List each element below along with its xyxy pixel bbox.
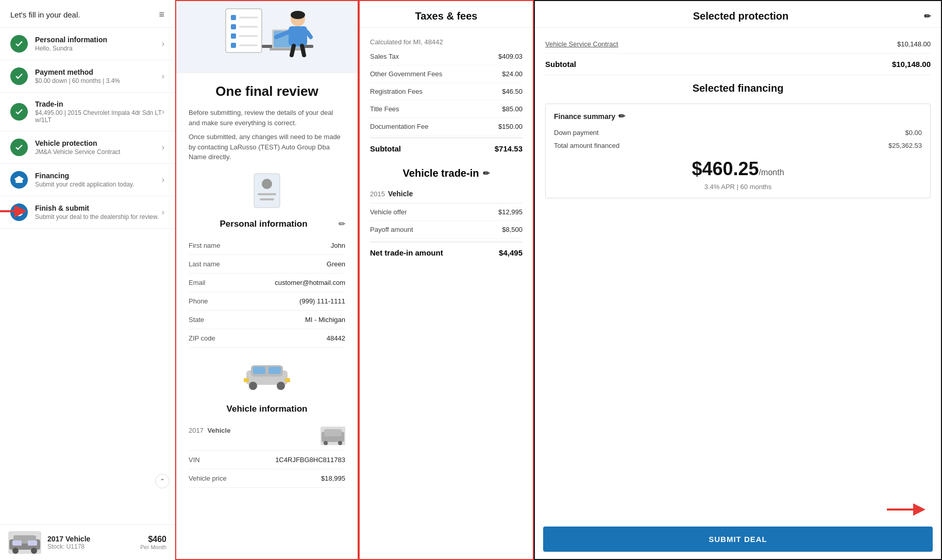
personal-field-state: StateMI - Michigan — [189, 311, 345, 329]
vehicle-price-row: Vehicle price $18,995 — [189, 469, 345, 488]
trade-row-payoff-amount: Payoff amount$8,500 — [370, 221, 523, 239]
tax-rows: Sales Tax$409.03Other Government Fees$24… — [370, 48, 523, 135]
svg-rect-11 — [28, 540, 37, 546]
review-title: One final review — [189, 83, 345, 99]
personal-information-sub: Hello, Sundra — [35, 45, 162, 52]
tax-row-other-government-fees: Other Government Fees$24.00 — [370, 65, 523, 83]
sidebar-item-personal-information[interactable]: Personal informationHello, Sundra› — [0, 28, 175, 60]
svg-line-30 — [292, 46, 294, 55]
svg-rect-27 — [289, 26, 307, 46]
personal-field-email: Emailcustomer@hotmail.com — [189, 274, 345, 292]
sidebar-footer: 2017 Vehicle Stock: U1178 $460 Per Month — [0, 524, 175, 560]
payment-method-sub: $0.00 down | 60 months | 3.4% — [35, 77, 162, 84]
svg-rect-39 — [268, 367, 281, 374]
finish-submit-chevron: › — [162, 208, 164, 217]
trade-in-chevron: › — [162, 107, 164, 116]
sidebar-item-financing[interactable]: FinancingSubmit your credit application … — [0, 164, 175, 196]
sidebar-items-list: Personal informationHello, Sundra›Paymen… — [0, 28, 175, 229]
svg-point-40 — [249, 382, 257, 390]
protection-row-vehicle-service-contract: Vehicle Service Contract$10,148.00 — [545, 35, 931, 54]
svg-rect-45 — [324, 429, 342, 436]
svg-rect-24 — [270, 48, 306, 50]
finish-submit-sub: Submit your deal to the dealership for r… — [35, 213, 162, 220]
personal-info-title: Personal information — [220, 219, 307, 229]
financing-sub: Submit your credit application today. — [35, 181, 162, 188]
financing-icon — [10, 171, 28, 189]
sidebar-item-payment-method[interactable]: Payment method$0.00 down | 60 months | 3… — [0, 60, 175, 93]
menu-icon[interactable]: ≡ — [159, 9, 164, 20]
review-body: One final review Before submitting, revi… — [176, 73, 358, 498]
protection-rows: Vehicle Service Contract$10,148.00 — [545, 35, 931, 54]
svg-rect-13 — [231, 15, 236, 20]
sidebar-item-trade-in[interactable]: Trade-in$4,495.00 | 2015 Chevrolet Impal… — [0, 93, 175, 131]
sidebar-header: Let's fill in your deal. ≡ — [0, 0, 175, 28]
svg-rect-43 — [285, 378, 290, 382]
vehicle-protection-chevron: › — [162, 143, 164, 152]
svg-rect-10 — [12, 540, 22, 546]
finance-terms: 3.4% APR | 60 months — [554, 183, 922, 191]
car-period: Per Month — [140, 544, 166, 550]
total-financed-row: Total amount financed $25,362.53 — [554, 139, 922, 152]
svg-line-31 — [302, 46, 304, 55]
protection-edit[interactable]: ✏ — [924, 11, 931, 21]
tax-row-sales-tax: Sales Tax$409.03 — [370, 48, 523, 65]
svg-rect-32 — [254, 174, 280, 208]
content-area: One final review Before submitting, revi… — [175, 0, 942, 560]
trade-in-title: Vehicle trade-in ✏ — [370, 159, 523, 184]
svg-point-41 — [277, 382, 285, 390]
car-price: $460 Per Month — [140, 535, 166, 550]
vehicle-info-header: Vehicle information — [189, 404, 345, 414]
collapse-button[interactable]: ⌃ — [155, 474, 170, 488]
svg-rect-42 — [244, 378, 249, 382]
taxes-subtitle: Calculated for MI, 48442 — [370, 33, 523, 48]
finance-summary-header: Finance summary ✏ — [554, 111, 922, 121]
tax-row-registration-fees: Registration Fees$46.50 — [370, 83, 523, 100]
personal-information-icon — [10, 35, 28, 53]
vehicle-year-row: 2017 Vehicle — [189, 421, 345, 451]
taxes-body: Calculated for MI, 48442 Sales Tax$409.0… — [360, 28, 533, 268]
svg-rect-34 — [258, 193, 276, 195]
taxes-subtotal: Subtotal $714.53 — [370, 138, 523, 159]
finish-submit-title: Finish & submit — [35, 204, 162, 212]
finance-edit[interactable]: ✏ — [618, 111, 625, 121]
finish-submit-arrow — [0, 205, 26, 217]
tax-row-title-fees: Title Fees$85.00 — [370, 100, 523, 118]
protection-subtotal: Subtotal $10,148.00 — [545, 54, 931, 75]
trade-in-icon — [10, 103, 28, 121]
trade-in-edit[interactable]: ✏ — [483, 168, 490, 178]
personal-info-edit[interactable]: ✏ — [339, 219, 345, 229]
trade-in-sub: $4,495.00 | 2015 Chevrolet Impala 4dr Sd… — [35, 109, 162, 124]
protection-header: Selected protection ✏ — [535, 1, 941, 28]
vehicle-info-title: Vehicle information — [227, 404, 308, 414]
svg-point-47 — [338, 441, 342, 445]
car-amount: $460 — [140, 535, 166, 544]
submit-deal-button[interactable]: SUBMIT DEAL — [543, 527, 933, 552]
personal-field-last-name: Last nameGreen — [189, 255, 345, 274]
car-stock: Stock: U1178 — [47, 543, 140, 550]
review-panel: One final review Before submitting, revi… — [175, 0, 359, 560]
personal-field-first-name: First nameJohn — [189, 236, 345, 255]
personal-info-rows: First nameJohnLast nameGreenEmailcustome… — [189, 236, 345, 348]
vehicle-protection-title: Vehicle protection — [35, 139, 162, 147]
finance-summary-box: Finance summary ✏ Down payment $0.00 Tot… — [545, 104, 931, 198]
trade-row-vehicle-offer: Vehicle offer$12,995 — [370, 203, 523, 221]
trade-in-title: Trade-in — [35, 100, 162, 108]
taxes-header: Taxes & fees — [360, 1, 533, 28]
personal-information-title: Personal information — [35, 36, 162, 44]
down-payment-row: Down payment $0.00 — [554, 126, 922, 139]
svg-rect-38 — [253, 367, 265, 374]
svg-rect-35 — [260, 198, 274, 200]
car-info: 2017 Vehicle Stock: U1178 — [47, 535, 140, 550]
trade-rows: Vehicle offer$12,995Payoff amount$8,500 — [370, 203, 523, 239]
protection-body: Vehicle Service Contract$10,148.00 Subto… — [535, 28, 941, 502]
svg-point-9 — [31, 548, 37, 554]
vehicle-protection-sub: JM&A Vehicle Service Contract — [35, 148, 162, 156]
arrow-to-submit — [884, 502, 926, 517]
tax-row-documentation-fee: Documentation Fee$150.00 — [370, 118, 523, 135]
sidebar-item-finish-submit[interactable]: Finish & submitSubmit your deal to the d… — [0, 196, 175, 229]
review-desc2: Once submitted, any changes will need to… — [189, 132, 345, 162]
sidebar-item-vehicle-protection[interactable]: Vehicle protectionJM&A Vehicle Service C… — [0, 131, 175, 164]
vehicle-protection-icon — [10, 139, 28, 156]
personal-info-header: Personal information ✏ — [189, 219, 345, 229]
svg-rect-1 — [15, 178, 24, 180]
